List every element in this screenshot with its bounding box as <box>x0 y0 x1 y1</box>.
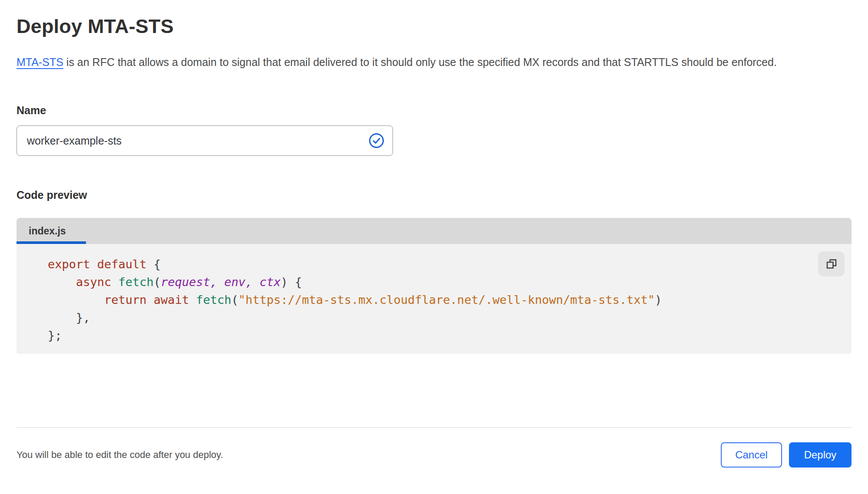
description: MTA-STS is an RFC that allows a domain t… <box>17 52 846 72</box>
check-circle-icon <box>369 133 384 148</box>
code-preview-card: index.js export default { async fetch(re… <box>17 218 851 354</box>
tab-label: index.js <box>29 225 66 237</box>
copy-icon <box>825 257 838 270</box>
name-input-wrap <box>17 125 393 156</box>
description-text: is an RFC that allows a domain to signal… <box>63 56 777 68</box>
cancel-button[interactable]: Cancel <box>721 442 782 468</box>
footer: You will be able to edit the code after … <box>17 442 851 468</box>
footer-note: You will be able to edit the code after … <box>17 449 223 461</box>
mta-sts-link[interactable]: MTA-STS <box>17 56 63 68</box>
page-title: Deploy MTA-STS <box>17 13 851 40</box>
code-area: export default { async fetch(request, en… <box>17 244 851 354</box>
footer-divider <box>17 427 851 428</box>
code-block: export default { async fetch(request, en… <box>48 255 817 344</box>
name-input[interactable] <box>17 125 393 156</box>
code-preview-label: Code preview <box>17 189 851 201</box>
deploy-button[interactable]: Deploy <box>789 442 851 468</box>
name-label: Name <box>17 104 851 117</box>
tab-index-js[interactable]: index.js <box>17 218 86 244</box>
copy-code-button[interactable] <box>818 251 845 277</box>
footer-actions: Cancel Deploy <box>721 442 851 468</box>
code-tab-bar: index.js <box>17 218 851 244</box>
deploy-mta-sts-page: Deploy MTA-STS MTA-STS is an RFC that al… <box>0 0 868 354</box>
